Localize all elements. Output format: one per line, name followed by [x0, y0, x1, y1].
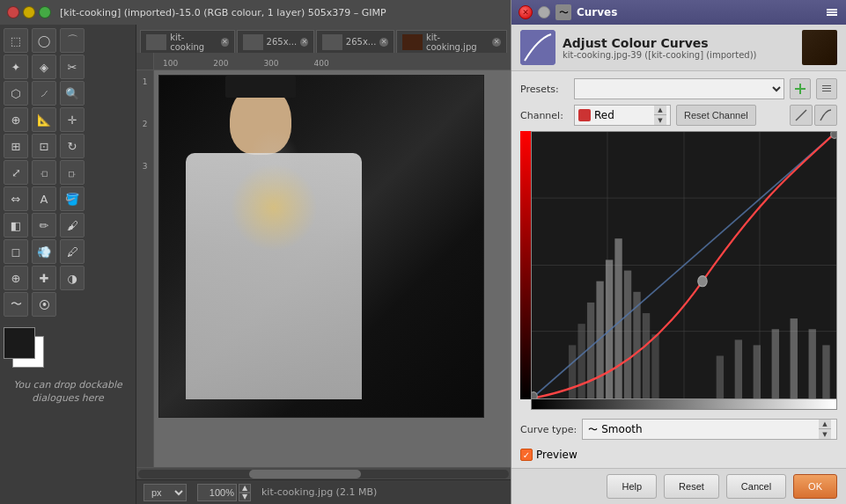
tool-scissors-select[interactable]: ✂: [60, 55, 85, 79]
ok-button[interactable]: OK: [793, 474, 837, 499]
tool-eraser[interactable]: ◻: [4, 239, 28, 264]
chef-hat: [225, 76, 296, 98]
tool-shear[interactable]: ⟤: [32, 160, 56, 185]
tool-fuzzy-select[interactable]: ✦: [4, 55, 28, 79]
tab-3[interactable]: 265x... ✕: [316, 30, 394, 53]
canvas-viewport[interactable]: [154, 70, 511, 467]
dialog-close-button[interactable]: ✕: [519, 5, 533, 19]
tool-align[interactable]: ⊞: [4, 134, 28, 158]
tool-foreground-select[interactable]: ⬡: [4, 81, 28, 106]
dockable-hint: You can drop dockable dialogues here: [4, 378, 132, 405]
tool-ellipse-select[interactable]: ◯: [32, 28, 56, 53]
preview-checkbox[interactable]: ✓: [520, 449, 533, 461]
tool-perspective[interactable]: ⟥: [60, 160, 85, 185]
tool-rotate[interactable]: ↻: [60, 134, 85, 158]
tool-scale[interactable]: ⤢: [4, 160, 28, 185]
tool-grid: ⬚ ◯ ⌒ ✦ ◈ ✂ ⬡ ⟋ 🔍 ⊕ 📐 ✛ ⊞ ⊡ ↻ ⤢ ⟤ ⟥ ⇔ A: [4, 28, 132, 317]
tool-rect-select[interactable]: ⬚: [4, 28, 28, 53]
tab-1-close[interactable]: ✕: [221, 38, 230, 47]
tool-text[interactable]: A: [32, 186, 56, 211]
zoom-input[interactable]: [197, 484, 237, 501]
tool-smudge[interactable]: 〜: [4, 292, 28, 317]
curve-view-smooth[interactable]: [814, 105, 837, 126]
tab-1[interactable]: kit-cooking ✕: [140, 30, 235, 53]
svg-rect-2: [795, 88, 806, 90]
tab-active[interactable]: kit-cooking.jpg ✕: [396, 30, 507, 53]
graph-area: [520, 131, 837, 399]
presets-select[interactable]: [574, 78, 784, 99]
presets-add-button[interactable]: [790, 78, 811, 99]
zoom-down[interactable]: ▼: [239, 493, 251, 501]
curve-type-up[interactable]: ▲: [819, 420, 831, 429]
tool-paintbrush[interactable]: 🖌: [60, 213, 85, 237]
zoom-up[interactable]: ▲: [239, 484, 251, 493]
tool-bucket-fill[interactable]: 🪣: [60, 186, 85, 211]
channel-up[interactable]: ▲: [654, 106, 666, 115]
tool-ink[interactable]: 🖊: [60, 239, 85, 264]
curve-type-select[interactable]: 〜 Smooth ▲ ▼: [582, 419, 837, 440]
tool-measure[interactable]: 📐: [32, 107, 56, 132]
dialog-menu-button[interactable]: [825, 5, 839, 19]
tool-heal[interactable]: ✚: [32, 266, 56, 290]
scroll-thumb-h[interactable]: [249, 470, 360, 478]
tool-color-picker[interactable]: 🔍: [60, 81, 85, 106]
curves-graph[interactable]: [531, 131, 837, 399]
svg-point-27: [698, 276, 707, 287]
tab-active-close[interactable]: ✕: [492, 38, 501, 47]
svg-point-29: [532, 392, 537, 398]
dialog-minimize-button[interactable]: [538, 6, 550, 18]
ruler-marks: 100 200 300 400: [154, 53, 511, 69]
tool-clone[interactable]: ⊕: [4, 266, 28, 290]
v-ruler-1: 1: [143, 77, 148, 86]
tool-convolve[interactable]: ⦿: [32, 292, 56, 317]
channel-value: Red: [594, 109, 614, 121]
dialog-title-text: Curves: [577, 6, 617, 18]
tab-thumb-2: [243, 34, 262, 50]
preview-checkbox-wrapper[interactable]: ✓ Preview: [520, 449, 577, 461]
tool-paths[interactable]: ⟋: [32, 81, 56, 106]
channel-color-icon: [578, 109, 591, 121]
tool-move[interactable]: ✛: [60, 107, 85, 132]
tool-by-color-select[interactable]: ◈: [32, 55, 56, 79]
help-button[interactable]: Help: [607, 474, 657, 499]
channel-select[interactable]: Red ▲ ▼: [574, 105, 671, 126]
foreground-color[interactable]: [4, 327, 35, 359]
dialog-buttons: Help Reset Cancel OK: [511, 468, 846, 504]
tab-2[interactable]: 265x... ✕: [237, 30, 314, 53]
tool-free-select[interactable]: ⌒: [60, 28, 85, 53]
ruler-400: 400: [314, 59, 329, 68]
tab-2-close[interactable]: ✕: [300, 38, 308, 47]
horizontal-scrollbar[interactable]: [136, 467, 511, 479]
scroll-track-h[interactable]: [138, 470, 509, 478]
maximize-button[interactable]: [39, 6, 51, 18]
tab-thumb-active: [402, 34, 423, 50]
close-button[interactable]: [7, 6, 19, 18]
presets-menu-button[interactable]: [816, 78, 837, 99]
tool-airbrush[interactable]: 💨: [32, 239, 56, 264]
reset-channel-button[interactable]: Reset Channel: [676, 105, 756, 126]
presets-label: Presets:: [520, 84, 569, 95]
curve-view-linear[interactable]: [790, 105, 813, 126]
gimp-body: ⬚ ◯ ⌒ ✦ ◈ ✂ ⬡ ⟋ 🔍 ⊕ 📐 ✛ ⊞ ⊡ ↻ ⤢ ⟤ ⟥ ⇔ A: [0, 25, 511, 504]
curve-type-row: Curve type: 〜 Smooth ▲ ▼: [520, 415, 837, 443]
unit-select[interactable]: px mm: [143, 484, 187, 501]
tab-3-close[interactable]: ✕: [379, 38, 387, 47]
minimize-button[interactable]: [23, 6, 35, 18]
channel-down[interactable]: ▼: [654, 115, 666, 125]
color-boxes: [4, 327, 48, 371]
tool-blend[interactable]: ◧: [4, 213, 28, 237]
curve-type-value: Smooth: [601, 423, 642, 435]
canvas-area: kit-cooking ✕ 265x... ✕ 265x... ✕ kit-co…: [136, 25, 511, 504]
svg-rect-19: [717, 356, 724, 398]
tab-1-label: kit-cooking: [170, 33, 217, 52]
tool-dodge-burn[interactable]: ◑: [60, 266, 85, 290]
reset-button[interactable]: Reset: [664, 474, 719, 499]
tool-flip[interactable]: ⇔: [4, 186, 28, 211]
tool-pencil[interactable]: ✏: [32, 213, 56, 237]
curve-type-down[interactable]: ▼: [819, 429, 831, 439]
curve-type-icon: 〜: [588, 423, 598, 436]
cancel-button[interactable]: Cancel: [726, 474, 786, 499]
tool-crop[interactable]: ⊡: [32, 134, 56, 158]
file-info: kit-cooking.jpg (2.1 MB): [261, 486, 377, 498]
tool-zoom[interactable]: ⊕: [4, 107, 28, 132]
